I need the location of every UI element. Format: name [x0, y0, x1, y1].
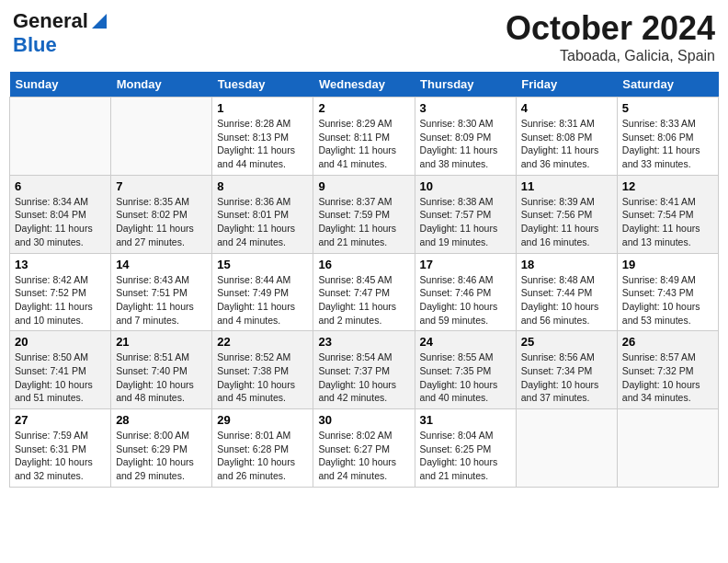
- day-info: Sunrise: 8:29 AMSunset: 8:11 PMDaylight:…: [318, 117, 409, 171]
- calendar-body: 1Sunrise: 8:28 AMSunset: 8:13 PMDaylight…: [10, 98, 719, 488]
- calendar-week-5: 27Sunrise: 7:59 AMSunset: 6:31 PMDayligh…: [10, 409, 719, 488]
- day-number: 30: [318, 413, 409, 427]
- calendar-cell: 4Sunrise: 8:31 AMSunset: 8:08 PMDaylight…: [516, 98, 617, 176]
- calendar-cell: 23Sunrise: 8:54 AMSunset: 7:37 PMDayligh…: [313, 331, 415, 409]
- day-info: Sunrise: 8:41 AMSunset: 7:54 PMDaylight:…: [622, 195, 713, 249]
- day-info: Sunrise: 8:44 AMSunset: 7:49 PMDaylight:…: [217, 273, 308, 327]
- day-info: Sunrise: 7:59 AMSunset: 6:31 PMDaylight:…: [15, 429, 106, 483]
- logo-text-blue: Blue: [13, 33, 57, 56]
- day-number: 21: [116, 335, 207, 349]
- day-info: Sunrise: 8:55 AMSunset: 7:35 PMDaylight:…: [420, 350, 511, 405]
- day-number: 13: [15, 258, 106, 271]
- day-number: 19: [622, 258, 713, 271]
- logo-text-general: General: [13, 9, 88, 33]
- day-info: Sunrise: 8:51 AMSunset: 7:40 PMDaylight:…: [116, 350, 207, 405]
- calendar-week-1: 1Sunrise: 8:28 AMSunset: 8:13 PMDaylight…: [10, 98, 719, 176]
- day-info: Sunrise: 8:54 AMSunset: 7:37 PMDaylight:…: [318, 350, 409, 405]
- day-number: 9: [318, 179, 409, 193]
- day-number: 28: [116, 413, 207, 427]
- logo: General Blue: [13, 9, 108, 57]
- calendar-cell: 8Sunrise: 8:36 AMSunset: 8:01 PMDaylight…: [212, 175, 313, 253]
- day-number: 6: [15, 179, 106, 193]
- day-info: Sunrise: 8:30 AMSunset: 8:09 PMDaylight:…: [420, 117, 511, 171]
- calendar-cell: 30Sunrise: 8:02 AMSunset: 6:27 PMDayligh…: [313, 409, 415, 488]
- day-info: Sunrise: 8:52 AMSunset: 7:38 PMDaylight:…: [217, 350, 308, 405]
- day-info: Sunrise: 8:35 AMSunset: 8:02 PMDaylight:…: [116, 195, 207, 249]
- svg-marker-0: [92, 14, 107, 29]
- calendar-cell: 1Sunrise: 8:28 AMSunset: 8:13 PMDaylight…: [212, 98, 313, 176]
- calendar-cell: 16Sunrise: 8:45 AMSunset: 7:47 PMDayligh…: [313, 253, 415, 331]
- calendar-cell: 12Sunrise: 8:41 AMSunset: 7:54 PMDayligh…: [617, 175, 718, 253]
- day-number: 24: [420, 335, 511, 349]
- calendar-cell: 17Sunrise: 8:46 AMSunset: 7:46 PMDayligh…: [415, 253, 516, 331]
- day-info: Sunrise: 8:56 AMSunset: 7:34 PMDaylight:…: [521, 350, 612, 405]
- day-number: 16: [318, 258, 409, 271]
- day-number: 20: [15, 335, 106, 349]
- calendar-week-4: 20Sunrise: 8:50 AMSunset: 7:41 PMDayligh…: [10, 331, 719, 409]
- calendar-cell: 25Sunrise: 8:56 AMSunset: 7:34 PMDayligh…: [516, 331, 617, 409]
- calendar-cell: 22Sunrise: 8:52 AMSunset: 7:38 PMDayligh…: [212, 331, 313, 409]
- calendar-cell: 20Sunrise: 8:50 AMSunset: 7:41 PMDayligh…: [10, 331, 111, 409]
- day-info: Sunrise: 8:49 AMSunset: 7:43 PMDaylight:…: [622, 273, 713, 327]
- day-number: 23: [318, 335, 409, 349]
- day-header-friday: Friday: [516, 72, 617, 98]
- day-number: 3: [420, 101, 511, 115]
- page-header: General Blue October 2024 Taboada, Galic…: [9, 9, 719, 64]
- calendar-cell: 10Sunrise: 8:38 AMSunset: 7:57 PMDayligh…: [415, 175, 516, 253]
- day-info: Sunrise: 8:01 AMSunset: 6:28 PMDaylight:…: [217, 429, 308, 483]
- logo-arrow-icon: [90, 12, 108, 30]
- day-info: Sunrise: 8:46 AMSunset: 7:46 PMDaylight:…: [420, 273, 511, 327]
- day-number: 22: [217, 335, 308, 349]
- day-number: 4: [521, 101, 612, 115]
- day-number: 1: [217, 101, 308, 115]
- day-info: Sunrise: 8:04 AMSunset: 6:25 PMDaylight:…: [420, 429, 511, 483]
- day-number: 31: [420, 413, 511, 427]
- day-number: 8: [217, 179, 308, 193]
- title-block: October 2024 Taboada, Galicia, Spain: [506, 9, 715, 64]
- calendar-cell: 29Sunrise: 8:01 AMSunset: 6:28 PMDayligh…: [212, 409, 313, 488]
- calendar-cell: [111, 98, 212, 176]
- day-number: 7: [116, 179, 207, 193]
- day-info: Sunrise: 8:31 AMSunset: 8:08 PMDaylight:…: [521, 117, 612, 171]
- calendar-cell: 13Sunrise: 8:42 AMSunset: 7:52 PMDayligh…: [10, 253, 111, 331]
- day-info: Sunrise: 8:33 AMSunset: 8:06 PMDaylight:…: [622, 117, 713, 171]
- day-header-sunday: Sunday: [10, 72, 111, 98]
- calendar-week-2: 6Sunrise: 8:34 AMSunset: 8:04 PMDaylight…: [10, 175, 719, 253]
- calendar-cell: 21Sunrise: 8:51 AMSunset: 7:40 PMDayligh…: [111, 331, 212, 409]
- day-number: 27: [15, 413, 106, 427]
- calendar-week-3: 13Sunrise: 8:42 AMSunset: 7:52 PMDayligh…: [10, 253, 719, 331]
- day-header-tuesday: Tuesday: [212, 72, 313, 98]
- day-info: Sunrise: 8:50 AMSunset: 7:41 PMDaylight:…: [15, 350, 106, 405]
- calendar-cell: 19Sunrise: 8:49 AMSunset: 7:43 PMDayligh…: [617, 253, 718, 331]
- calendar-cell: 9Sunrise: 8:37 AMSunset: 7:59 PMDaylight…: [313, 175, 415, 253]
- calendar-cell: [516, 409, 617, 488]
- day-info: Sunrise: 8:28 AMSunset: 8:13 PMDaylight:…: [217, 117, 308, 171]
- day-info: Sunrise: 8:34 AMSunset: 8:04 PMDaylight:…: [15, 195, 106, 249]
- calendar-cell: 31Sunrise: 8:04 AMSunset: 6:25 PMDayligh…: [415, 409, 516, 488]
- day-info: Sunrise: 8:43 AMSunset: 7:51 PMDaylight:…: [116, 273, 207, 327]
- day-number: 14: [116, 258, 207, 271]
- day-info: Sunrise: 8:00 AMSunset: 6:29 PMDaylight:…: [116, 429, 207, 483]
- calendar-cell: 18Sunrise: 8:48 AMSunset: 7:44 PMDayligh…: [516, 253, 617, 331]
- calendar-cell: 28Sunrise: 8:00 AMSunset: 6:29 PMDayligh…: [111, 409, 212, 488]
- day-header-thursday: Thursday: [415, 72, 516, 98]
- day-info: Sunrise: 8:02 AMSunset: 6:27 PMDaylight:…: [318, 429, 409, 483]
- day-number: 26: [622, 335, 713, 349]
- day-info: Sunrise: 8:37 AMSunset: 7:59 PMDaylight:…: [318, 195, 409, 249]
- calendar-cell: [617, 409, 718, 488]
- location: Taboada, Galicia, Spain: [506, 48, 715, 64]
- day-header-wednesday: Wednesday: [313, 72, 415, 98]
- calendar-header-row: SundayMondayTuesdayWednesdayThursdayFrid…: [10, 72, 719, 98]
- month-title: October 2024: [506, 9, 715, 48]
- day-info: Sunrise: 8:39 AMSunset: 7:56 PMDaylight:…: [521, 195, 612, 249]
- day-number: 15: [217, 258, 308, 271]
- calendar-cell: 6Sunrise: 8:34 AMSunset: 8:04 PMDaylight…: [10, 175, 111, 253]
- day-number: 18: [521, 258, 612, 271]
- day-number: 12: [622, 179, 713, 193]
- calendar-cell: 7Sunrise: 8:35 AMSunset: 8:02 PMDaylight…: [111, 175, 212, 253]
- day-number: 17: [420, 258, 511, 271]
- calendar-cell: 24Sunrise: 8:55 AMSunset: 7:35 PMDayligh…: [415, 331, 516, 409]
- calendar-cell: 27Sunrise: 7:59 AMSunset: 6:31 PMDayligh…: [10, 409, 111, 488]
- calendar-cell: 3Sunrise: 8:30 AMSunset: 8:09 PMDaylight…: [415, 98, 516, 176]
- day-info: Sunrise: 8:38 AMSunset: 7:57 PMDaylight:…: [420, 195, 511, 249]
